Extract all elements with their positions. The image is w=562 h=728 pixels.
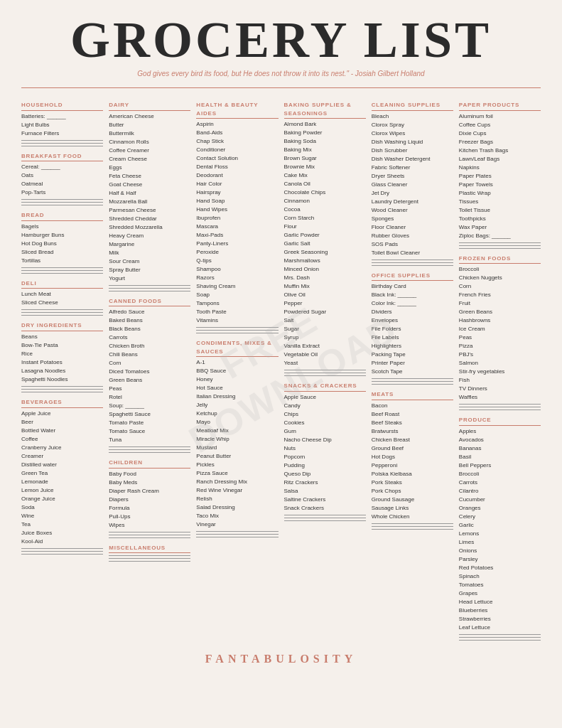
list-item: Almond Bark <box>284 120 366 129</box>
list-item: Green Tea <box>21 469 103 478</box>
list-item: Soap <box>196 291 278 299</box>
list-item: Yogurt <box>109 274 190 283</box>
list-item: Tomato Paste <box>109 419 190 427</box>
list-item: Hand Wipes <box>196 205 278 214</box>
blank-line <box>372 265 453 266</box>
list-item: Baking Mix <box>284 146 366 154</box>
list-item: Razors <box>196 274 278 282</box>
blank-line <box>109 558 190 559</box>
list-item: Chap Stick <box>196 137 278 146</box>
list-item: Pickles <box>196 461 278 469</box>
section-title-5-0: PAPER PRODUCTS <box>459 101 541 111</box>
list-item: Salmon <box>459 359 541 368</box>
blank-line <box>21 312 103 313</box>
blank-line <box>284 518 366 518</box>
list-item: Deodorant <box>196 171 278 180</box>
list-item: Ibuprofen <box>196 214 278 223</box>
list-item: Popcorn <box>284 453 366 461</box>
list-item: Garlic Salt <box>284 240 366 248</box>
list-item: Wipes <box>109 521 190 530</box>
list-item: Distilled water <box>21 461 103 469</box>
blank-line <box>372 262 453 263</box>
list-item: Coffee Creamer <box>109 146 190 155</box>
list-item: Bleach <box>372 112 453 121</box>
list-item: Pizza <box>459 342 541 350</box>
list-item: Sour Cream <box>109 257 190 266</box>
list-item: Muffin Mix <box>284 282 366 291</box>
list-item: Celery <box>459 513 541 521</box>
section-title-1-2: CHILDREN <box>109 459 190 469</box>
blank-line <box>109 452 190 453</box>
list-item: Hot Dogs <box>372 453 453 461</box>
list-item: Shredded Cheddar <box>109 215 190 223</box>
list-item: Miracle Whip <box>196 435 278 444</box>
list-item: Head Lettuce <box>459 598 541 606</box>
blank-line <box>459 634 541 635</box>
blank-line <box>109 561 190 562</box>
list-item: Nacho Cheese Dip <box>284 436 366 444</box>
list-item: Pop-Tarts <box>21 188 103 197</box>
blank-line <box>284 520 366 521</box>
list-item: Sponges <box>372 215 453 223</box>
blank-line <box>372 523 453 524</box>
list-item: Spinach <box>459 572 541 581</box>
list-item: Apples <box>459 427 541 436</box>
list-item: Oats <box>21 171 103 180</box>
list-item: Nuts <box>284 444 366 453</box>
list-item: Ketchup <box>196 410 278 418</box>
list-item: Queso Dip <box>284 470 366 478</box>
list-item: Wax Paper <box>459 223 541 232</box>
list-item: Buttermilk <box>109 129 190 138</box>
column-4: CLEANING SUPPLIESBleachClorox SprayCloro… <box>372 95 453 643</box>
list-item: Flour <box>284 223 366 231</box>
list-item: Orange Juice <box>21 495 103 503</box>
list-item: Maxi-Pads <box>196 231 278 240</box>
blank-line <box>21 309 103 310</box>
blank-line <box>109 291 190 291</box>
list-item: Cereal: ______ <box>21 163 103 171</box>
section-title-0-2: BREAD <box>21 211 103 221</box>
section-title-0-1: BREAKFAST FOOD <box>21 152 103 162</box>
list-item: Red Potatoes <box>459 564 541 572</box>
list-item: Alfredo Sauce <box>109 308 190 316</box>
list-item: Cucumber <box>459 496 541 504</box>
list-item: Bananas <box>459 444 541 453</box>
list-item: Beef Roast <box>372 410 453 419</box>
blank-line <box>459 410 541 410</box>
list-item: Baking Powder <box>284 129 366 137</box>
list-item: Peanut Butter <box>196 452 278 461</box>
section-title-3-0: BAKING SUPPLIES & SEASONINGS <box>284 101 366 119</box>
list-item: Hair Color <box>196 180 278 188</box>
list-item: Hairspray <box>196 188 278 197</box>
list-item: Dental Floss <box>196 163 278 171</box>
list-item: Tooth Paste <box>196 308 278 316</box>
section-title-4-1: OFFICE SUPPLIES <box>372 272 453 282</box>
list-item: Kitchen Trash Bags <box>459 146 541 155</box>
list-item: Bell Peppers <box>459 461 541 470</box>
list-item: Ice Cream <box>459 325 541 333</box>
blank-line <box>196 333 278 333</box>
list-item: Peas <box>459 333 541 342</box>
list-item: Marshmallows <box>284 257 366 265</box>
list-item: Ziploc Bags: ______ <box>459 232 541 240</box>
list-item: Waffles <box>459 393 541 402</box>
list-item: Formula <box>109 504 190 513</box>
list-item: Meatloaf Mix <box>196 427 278 435</box>
list-item: Contact Solution <box>196 154 278 163</box>
list-item: Aspirin <box>196 120 278 129</box>
list-item: Sugar <box>284 325 366 333</box>
header-divider <box>21 87 541 88</box>
grocery-columns: HOUSEHOLDBatteries: ______Light BulbsFur… <box>21 95 541 643</box>
section-title-1-1: CANNED FOODS <box>109 297 190 307</box>
section-title-4-2: MEATS <box>372 390 453 400</box>
page-title: GROCERY LIST <box>21 14 541 65</box>
blank-line <box>459 404 541 405</box>
list-item: Strawberries <box>459 615 541 623</box>
list-item: Polska Kielbasa <box>372 470 453 478</box>
blank-line <box>21 202 103 203</box>
list-item: Carrots <box>109 333 190 342</box>
blank-line <box>21 205 103 205</box>
list-item: Sliced Bread <box>21 248 103 257</box>
list-item: Oatmeal <box>21 180 103 188</box>
list-item: Shredded Mozzarella <box>109 223 190 232</box>
